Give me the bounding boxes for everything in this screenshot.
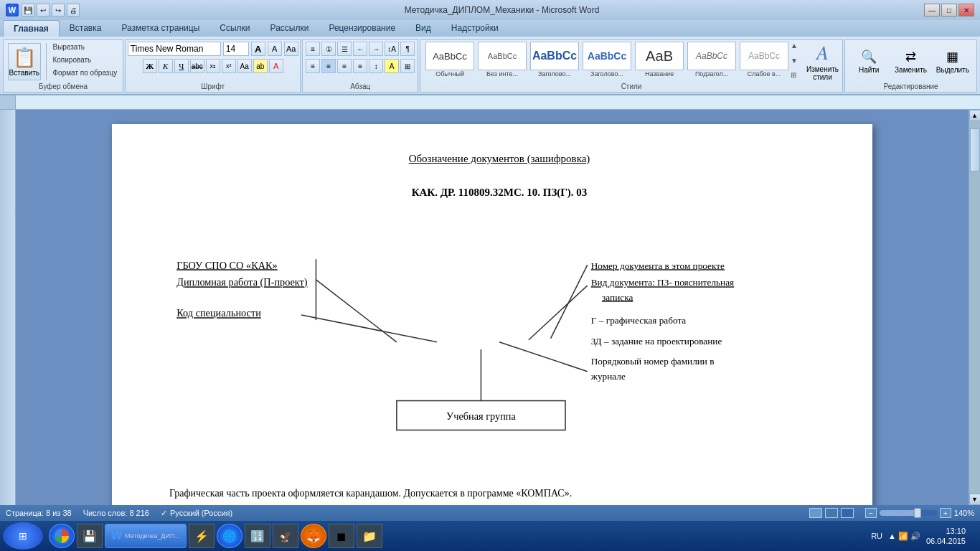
change-styles-btn[interactable]: 𝐴 Изменить стили [806,42,839,81]
view-web-btn[interactable] [841,508,854,518]
firefox-taskbar-btn[interactable]: 🦊 [301,524,326,548]
highlight-btn[interactable]: ab [253,59,268,73]
red-taskbar-btn[interactable]: 🦅 [273,524,298,548]
box-text: Учебная группа [446,410,516,422]
align-left-btn[interactable]: ≡ [306,59,320,73]
start-button[interactable]: ⊞ [3,522,43,550]
save-taskbar-btn[interactable]: 💾 [77,524,103,548]
color-btn[interactable]: А [269,59,283,73]
undo-qa-btn[interactable]: ↩ [37,4,50,17]
subscript-btn[interactable]: x₂ [206,59,220,73]
zoom-in-btn[interactable]: + [940,508,951,518]
strikethrough-btn[interactable]: abc [190,59,204,73]
style-items: AaBbCс Обычный AaBbCс Без инте... AaBbCс… [425,42,789,77]
tab-view[interactable]: Вид [405,20,441,37]
scroll-track[interactable] [969,121,980,494]
right-scrollbar[interactable]: ▲ ▼ [969,110,980,505]
style-normal[interactable]: AaBbCс Обычный [425,42,475,77]
select-btn[interactable]: ▦ Выделить [933,43,972,80]
maximize-btn[interactable]: □ [941,4,957,17]
font-name-input[interactable] [128,42,221,56]
minimize-btn[interactable]: — [924,4,940,17]
main-area: Обозначение документов (зашифровка) КАК.… [0,110,980,505]
zoom-controls[interactable]: − + 140% [865,508,974,518]
style-weak-label: Слабое в... [748,70,781,77]
globe-taskbar-btn[interactable]: 🌐 [217,524,242,548]
style-title[interactable]: АаВ Название [634,42,684,77]
para-content: ≡ ① ☰ ← → ↕A ¶ ≡ ≡ ≡ ≡ ↕ A ⊞ [307,42,413,81]
num-list-btn[interactable]: ① [321,42,336,56]
show-marks-btn[interactable]: ¶ [400,42,415,56]
style-subtitle[interactable]: AaBbCс Подзагол... [687,42,737,77]
window-controls[interactable]: — □ ✕ [924,4,974,17]
copy-button[interactable]: Копировать [51,56,118,67]
cut-button[interactable]: Вырезать [51,43,118,55]
scroll-thumb[interactable] [970,128,980,171]
align-right-btn[interactable]: ≡ [337,59,352,73]
save-qa-btn[interactable]: 💾 [22,4,34,17]
redo-qa-btn[interactable]: ↪ [52,4,65,17]
scroll-down-btn[interactable]: ▼ [969,494,981,505]
style-nobounds[interactable]: AaBbCс Без инте... [477,42,527,77]
calc-taskbar-btn[interactable]: 🔢 [245,524,270,548]
styles-scroll[interactable]: ▲ ▼ ⊞ [791,42,798,79]
decrease-indent-btn[interactable]: ← [353,42,367,56]
case-btn[interactable]: Аа [237,59,252,73]
format-painter-button[interactable]: Формат по образцу [51,69,118,80]
underline-btn[interactable]: Ч [174,59,189,73]
view-fullscreen-btn[interactable] [825,508,838,518]
tab-page-layout[interactable]: Разметка страницы [111,20,209,37]
view-print-btn[interactable] [809,508,822,518]
scroll-down-arrow[interactable]: ▼ [791,57,798,65]
bold-btn[interactable]: Ж [143,59,157,73]
font-size-input[interactable] [223,42,249,56]
clipboard-label: Буфер обмена [8,83,118,90]
clear-format-btn[interactable]: Aa [284,42,298,56]
folder-taskbar-btn[interactable]: 📁 [357,524,382,548]
zoom-out-btn[interactable]: − [865,508,877,518]
shading-btn[interactable]: A [385,59,399,73]
view-buttons[interactable] [809,508,854,518]
tab-insert[interactable]: Вставка [60,20,112,37]
close-btn[interactable]: ✕ [958,4,974,17]
tab-mailings[interactable]: Рассылки [260,20,319,37]
tab-review[interactable]: Рецензирование [319,20,405,37]
taskbar-tray: RU ▲ 📶 🔊 13:10 06.04.2015 [871,526,977,547]
style-h1[interactable]: AaBbCс Заголово... [529,42,580,77]
scroll-more-arrow[interactable]: ⊞ [791,71,798,79]
justify-btn[interactable]: ≡ [353,59,367,73]
list-btn[interactable]: ≡ [306,42,320,56]
style-h2[interactable]: AaBbCс Заголово... [582,42,632,77]
multilevel-btn[interactable]: ☰ [337,42,352,56]
tab-home[interactable]: Главная [3,20,60,37]
superscript-btn[interactable]: x² [222,59,236,73]
print-qa-btn[interactable]: 🖨 [67,4,80,17]
scroll-up-arrow[interactable]: ▲ [791,42,798,50]
italic-btn[interactable]: К [159,59,173,73]
shrink-font-btn[interactable]: A [268,42,282,56]
borders-btn[interactable]: ⊞ [400,59,415,73]
tray-up-arrow[interactable]: ▲ [888,532,896,540]
flash-taskbar-btn[interactable]: ⚡ [189,524,215,548]
replace-btn[interactable]: ⇄ Заменить [891,43,930,80]
editing-group: 🔍 Найти ⇄ Заменить ▦ Выделить Редактиров… [844,39,977,93]
tab-references[interactable]: Ссылки [209,20,260,37]
zoom-slider[interactable] [880,510,937,516]
line-spacing-btn[interactable]: ↕ [369,59,383,73]
black-taskbar-btn[interactable]: ◼ [329,524,354,548]
grow-font-btn[interactable]: A [251,42,265,56]
doc-area[interactable]: Обозначение документов (зашифровка) КАК.… [16,110,969,505]
find-btn[interactable]: 🔍 Найти [849,43,888,80]
chrome-icon[interactable] [49,524,75,548]
align-center-btn[interactable]: ≡ [321,59,336,73]
zoom-thumb[interactable] [914,508,921,518]
scroll-up-btn[interactable]: ▲ [969,110,981,121]
quick-access-toolbar[interactable]: 💾 ↩ ↪ 🖨 [22,4,80,17]
word-taskbar-btn[interactable]: W Методичка_ДИП... [105,524,187,548]
paste-button[interactable]: 📋 Вставить [8,43,41,80]
increase-indent-btn[interactable]: → [369,42,383,56]
styles-group: AaBbCс Обычный AaBbCс Без инте... AaBbCс… [420,39,843,93]
style-weak[interactable]: AaBbCс Слабое в... [739,42,789,77]
tab-addins[interactable]: Надстройки [441,20,509,37]
sort-btn[interactable]: ↕A [385,42,399,56]
